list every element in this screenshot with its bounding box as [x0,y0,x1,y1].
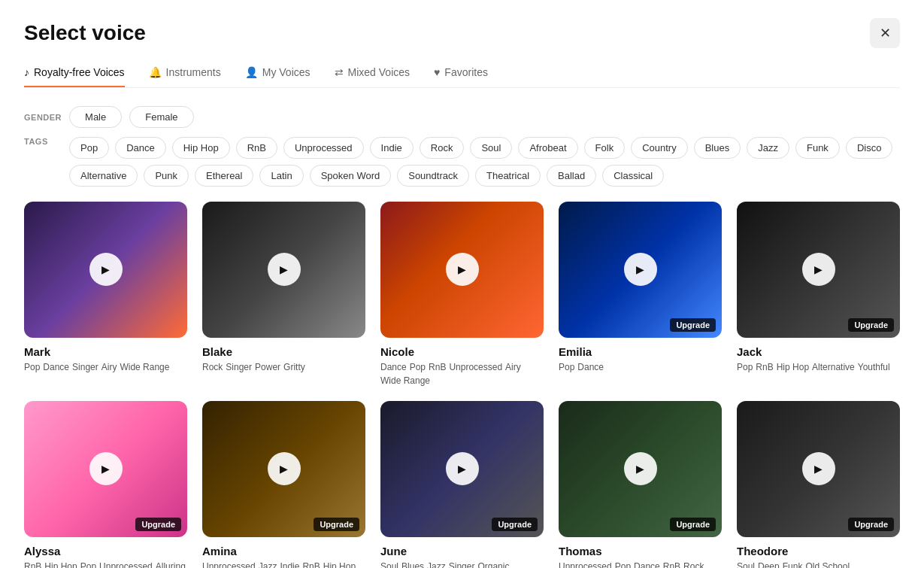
voice-thumbnail-theodore: ▶Upgrade [737,401,900,537]
tab-instruments[interactable]: 🔔 Instruments [149,66,221,87]
tag-pop[interactable]: Pop [69,137,109,159]
tag-afrobeat[interactable]: Afrobeat [518,137,577,159]
voice-thumbnail-nicole: ▶ [380,202,544,338]
voice-card-amina[interactable]: ▶UpgradeAminaUnprocessed Jazz Indie RnB … [202,401,365,568]
voice-name-emilia: Emilia [559,345,722,358]
tags-container: PopDanceHip HopRnBUnprocessedIndieRockSo… [69,137,900,187]
voice-card-nicole[interactable]: ▶NicoleDance Pop RnB Unprocessed Airy Wi… [380,202,544,386]
tag-ethereal[interactable]: Ethereal [195,165,253,187]
voice-tag-item: Deep [758,561,780,568]
music-icon: ♪ [24,66,29,78]
gender-filter-group: GENDER Male Female [24,106,900,128]
tag-dance[interactable]: Dance [115,137,166,159]
voice-card-jack[interactable]: ▶UpgradeJackPop RnB Hip Hop Alternative … [737,202,900,386]
voice-tag-item: Rock [202,362,223,372]
voice-tag-item: Soul [380,561,398,568]
voice-card-theodore[interactable]: ▶UpgradeTheodoreSoul Deep Funk Old Schoo… [737,401,900,568]
voice-card-june[interactable]: ▶UpgradeJuneSoul Blues Jazz Singer Organ… [380,401,544,568]
tag-unprocessed[interactable]: Unprocessed [283,137,364,159]
voice-tag-item: Pop [615,561,631,568]
voice-thumbnail-blake: ▶ [202,202,365,338]
play-button-mark[interactable]: ▶ [89,253,123,286]
close-button[interactable]: ✕ [870,18,900,48]
tag-soul[interactable]: Soul [470,137,512,159]
voice-card-thomas[interactable]: ▶UpgradeThomasUnprocessed Pop Dance RnB … [559,401,722,568]
voice-card-blake[interactable]: ▶BlakeRock Singer Power Gritty [202,202,365,386]
voice-card-alyssa[interactable]: ▶UpgradeAlyssaRnB Hip Hop Pop Unprocesse… [24,401,187,568]
shuffle-icon: ⇄ [335,66,344,78]
play-button-theodore[interactable]: ▶ [802,452,835,485]
voice-tag-item: Singer [226,362,252,372]
voice-tag-item: Jazz [427,561,446,568]
voice-thumbnail-alyssa: ▶Upgrade [24,401,187,537]
upgrade-badge-june: Upgrade [492,518,538,531]
tag-folk[interactable]: Folk [584,137,626,159]
voice-tag-item: RnB [756,362,773,372]
voice-thumbnail-amina: ▶Upgrade [202,401,365,537]
tag-soundtrack[interactable]: Soundtrack [397,165,469,187]
play-button-jack[interactable]: ▶ [802,253,835,286]
gender-female-button[interactable]: Female [129,106,193,128]
tag-jazz[interactable]: Jazz [747,137,789,159]
voice-tag-item: Dance [380,362,407,372]
tag-indie[interactable]: Indie [370,137,414,159]
upgrade-badge-thomas: Upgrade [670,518,716,531]
page-title: Select voice [24,21,146,45]
play-button-amina[interactable]: ▶ [268,452,301,485]
voice-tag-item: Unprocessed [559,561,612,568]
voice-tag-item: Hip Hop [323,561,356,568]
play-button-alyssa[interactable]: ▶ [89,452,123,485]
voice-tags-emilia: Pop Dance [559,362,722,372]
heart-icon: ♥ [434,66,440,78]
voice-tag-item: RnB [429,362,446,372]
voice-tags-alyssa: RnB Hip Hop Pop Unprocessed Alluring [24,561,187,568]
voice-tag-item: Rock [683,561,704,568]
tag-disco[interactable]: Disco [846,137,893,159]
voice-card-emilia[interactable]: ▶UpgradeEmiliaPop Dance [559,202,722,386]
voice-tag-item: Hip Hop [44,561,77,568]
tag-latin[interactable]: Latin [259,165,303,187]
voice-tag-item: Unprocessed [449,362,502,372]
tag-rnb[interactable]: RnB [236,137,277,159]
tag-country[interactable]: Country [631,137,688,159]
tag-blues[interactable]: Blues [694,137,741,159]
tab-favorites[interactable]: ♥ Favorites [434,66,488,87]
tab-my-voices[interactable]: 👤 My Voices [245,66,311,87]
tabs-row: ♪ Royalty-free Voices 🔔 Instruments 👤 My… [24,66,900,88]
tag-funk[interactable]: Funk [795,137,840,159]
voice-tag-item: Singer [449,561,475,568]
tags-filter-group: TAGS PopDanceHip HopRnBUnprocessedIndieR… [24,137,900,187]
voice-thumbnail-jack: ▶Upgrade [737,202,900,338]
bell-icon: 🔔 [149,66,162,78]
voice-tag-item: Dance [634,561,660,568]
voice-tags-nicole: Dance Pop RnB Unprocessed Airy Wide Rang… [380,362,544,386]
tag-rock[interactable]: Rock [420,137,465,159]
tag-spoken-word[interactable]: Spoken Word [310,165,392,187]
voice-tag-item: Blues [401,561,424,568]
tag-punk[interactable]: Punk [144,165,189,187]
gender-male-button[interactable]: Male [69,106,122,128]
voice-tag-item: Singer [72,362,98,372]
tag-alternative[interactable]: Alternative [69,165,138,187]
play-button-june[interactable]: ▶ [446,452,479,485]
tag-ballad[interactable]: Ballad [547,165,596,187]
voice-card-mark[interactable]: ▶MarkPop Dance Singer Airy Wide Range [24,202,187,386]
voice-tag-item: Old School [805,561,850,568]
voice-tag-item: Dance [43,362,69,372]
tab-royalty-free[interactable]: ♪ Royalty-free Voices [24,66,125,87]
play-button-blake[interactable]: ▶ [268,253,301,286]
tag-hip-hop[interactable]: Hip Hop [172,137,230,159]
tag-theatrical[interactable]: Theatrical [475,165,541,187]
voice-tag-item: Soul [737,561,755,568]
voice-tag-item: Alluring [156,561,186,568]
play-button-emilia[interactable]: ▶ [624,253,657,286]
play-button-nicole[interactable]: ▶ [446,253,479,286]
tags-label: TAGS [24,137,62,146]
upgrade-badge-theodore: Upgrade [848,518,894,531]
voice-tags-mark: Pop Dance Singer Airy Wide Range [24,362,187,372]
tag-classical[interactable]: Classical [602,165,664,187]
voice-tag-item: Hip Hop [777,362,809,372]
tab-mixed-voices[interactable]: ⇄ Mixed Voices [335,66,410,87]
voice-tag-item: Unprocessed [99,561,153,568]
play-button-thomas[interactable]: ▶ [624,452,657,485]
